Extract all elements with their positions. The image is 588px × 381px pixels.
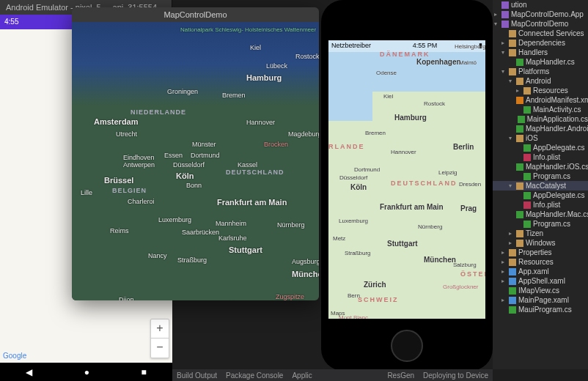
tab-application[interactable]: Applic	[292, 371, 312, 380]
city-lubeck: Lübeck	[266, 62, 287, 70]
city-odense: Odense	[376, 70, 397, 76]
tree-item-label: IMapView.cs	[518, 286, 559, 295]
tree-item-properties[interactable]: ▸Properties	[493, 248, 588, 257]
tree-item-label: MauiProgram.cs	[518, 306, 572, 314]
cs-icon	[516, 125, 523, 133]
city-mannheim: Mannheim	[216, 220, 246, 227]
tree-item-handlers[interactable]: ▾Handlers	[493, 48, 588, 57]
tree-item-program-cs[interactable]: Program.cs	[493, 219, 588, 229]
city-saarbrucken: Saarbrücken	[182, 229, 219, 236]
city-frankfurt: Frankfurt am Main	[217, 198, 287, 207]
xaml-icon	[509, 278, 516, 285]
tree-item-mainactivity-cs[interactable]: MainActivity.cs	[493, 105, 588, 114]
solution-explorer[interactable]: ution▸MapControlDemo.App▾MapControlDemoC…	[493, 0, 588, 369]
city-utrecht: Utrecht	[116, 130, 137, 138]
tree-item-appshell-xaml[interactable]: ▸AppShell.xaml	[493, 276, 588, 286]
tree-item-label: App.xaml	[518, 267, 549, 275]
tree-item-maphandler-android-cs[interactable]: MapHandler.Android.cs	[493, 124, 588, 133]
tree-item-windows[interactable]: ▸Windows	[493, 238, 588, 248]
cs-icon	[509, 287, 516, 295]
city-kassel: Kassel	[238, 161, 257, 169]
city-bremen-ios: Bremen	[365, 130, 386, 136]
tree-item-info-plist[interactable]: Info.plist	[493, 152, 588, 162]
city-koeln-ios: Köln	[350, 183, 367, 191]
cs-icon	[523, 106, 531, 114]
cs-icon	[523, 221, 531, 228]
tree-item-imapview-cs[interactable]: IMapView.cs	[493, 286, 588, 295]
apple-maps-logo: Maps	[331, 310, 345, 317]
city-hamburg-ios: Hamburg	[394, 114, 427, 122]
tree-item-label: Program.cs	[533, 220, 570, 228]
tree-item-mauiprogram-cs[interactable]: MauiProgram.cs	[493, 305, 588, 314]
city-bern-ios: Bern	[348, 292, 360, 299]
tree-item-mainpage-xaml[interactable]: ▸MainPage.xaml	[493, 295, 588, 305]
chevron-icon: ▾	[509, 182, 516, 189]
tree-item-info-plist[interactable]: Info.plist	[493, 200, 588, 210]
tree-item-connected-services[interactable]: Connected Services	[493, 29, 588, 38]
folder-icon	[516, 135, 523, 142]
city-kiel: Kiel	[250, 44, 261, 51]
tree-item-label: AppShell.xaml	[518, 277, 565, 285]
park-wattenmeer: Nationalpark Schleswig- Holsteinisches W…	[180, 26, 316, 33]
city-essen: Essen	[164, 152, 183, 159]
iphone-clock: 4:55 PM	[413, 42, 438, 51]
chevron-icon: ▾	[509, 135, 516, 141]
city-bremen: Bremen	[222, 92, 246, 99]
tree-item-androidmanifest-xml[interactable]: AndroidManifest.xml	[493, 95, 588, 105]
city-hannover-ios: Hannover	[391, 149, 416, 155]
tree-item-label: MapHandler.Android.cs	[526, 125, 588, 133]
android-recent-button[interactable]: ■	[142, 367, 147, 377]
zoom-out-button[interactable]: −	[151, 339, 169, 358]
iphone-home-button[interactable]	[391, 330, 423, 362]
tree-item-maphandler-ios-cs[interactable]: MapHandler.iOS.cs	[493, 162, 588, 171]
tree-item-program-cs[interactable]: Program.cs	[493, 171, 588, 181]
tab-package-console[interactable]: Package Console	[226, 371, 283, 380]
tree-item-ios[interactable]: ▾iOS	[493, 133, 588, 143]
chevron-icon: ▾	[501, 49, 509, 56]
city-dusseldorf: Düsseldorf	[173, 161, 205, 169]
city-lille: Lille	[81, 189, 92, 196]
tree-item-dependencies[interactable]: ▸Dependencies	[493, 38, 588, 48]
iphone-apple-map[interactable]: Netzbetreiber 4:55 PM ▮ DÄNEMARK DEUTSCH…	[328, 40, 485, 319]
android-back-button[interactable]: ◀	[26, 367, 32, 377]
tree-item-label: AndroidManifest.xml	[526, 96, 588, 104]
tab-build-output[interactable]: Build Output	[177, 371, 217, 380]
chevron-icon: ▸	[501, 259, 509, 265]
city-luxemburg: Luxemburg	[158, 216, 191, 223]
mac-window-title: MapControlDemo	[72, 7, 319, 22]
tree-item-label: Dependencies	[518, 39, 565, 47]
mac-apple-map-dark[interactable]: NIEDERLANDE DEUTSCHLAND BELGIEN Kiel Ros…	[72, 22, 319, 300]
tree-item-resources[interactable]: ▸Resources	[493, 257, 588, 267]
app-icon	[501, 1, 509, 9]
zoom-in-button[interactable]: +	[151, 319, 169, 339]
tree-item-ution[interactable]: ution	[493, 0, 588, 10]
tree-item-mainapplication-cs[interactable]: MainApplication.cs	[493, 114, 588, 124]
city-charleroi: Charleroi	[128, 198, 155, 205]
city-stuttgart-ios: Stuttgart	[387, 240, 418, 248]
city-dijon: Dijon	[119, 296, 134, 300]
android-home-button[interactable]: ●	[84, 367, 89, 377]
tree-item-tizen[interactable]: ▸Tizen	[493, 229, 588, 238]
tree-item-app-xaml[interactable]: ▸App.xaml	[493, 267, 588, 276]
tree-item-maphandler-cs[interactable]: MapHandler.cs	[493, 57, 588, 67]
folder-icon	[509, 249, 516, 256]
tree-item-appdelegate-cs[interactable]: AppDelegate.cs	[493, 143, 588, 152]
cs-icon	[516, 59, 523, 66]
tree-item-maphandler-mac-cs[interactable]: MapHandler.Mac.cs	[493, 210, 588, 219]
city-berlin: Berlin	[453, 143, 474, 151]
google-logo: Google	[3, 352, 26, 360]
tree-item-resources[interactable]: ▸Resources	[493, 86, 588, 95]
city-eindhoven: Eindhoven	[123, 154, 155, 161]
tree-item-platforms[interactable]: ▾Platforms	[493, 67, 588, 76]
tree-item-android[interactable]: ▾Android	[493, 76, 588, 86]
tree-item-maccatalyst[interactable]: ▾MacCatalyst	[493, 181, 588, 190]
tree-item-appdelegate-cs[interactable]: AppDelegate.cs	[493, 190, 588, 200]
folder-icon	[516, 78, 523, 85]
tree-item-mapcontroldemo-app[interactable]: ▸MapControlDemo.App	[493, 10, 588, 19]
peak-grossglockner: Großglockner	[443, 284, 478, 290]
tree-item-mapcontroldemo[interactable]: ▾MapControlDemo	[493, 19, 588, 29]
tree-item-label: iOS	[526, 134, 538, 142]
city-frankfurt-ios: Frankfurt am Main	[380, 203, 444, 211]
cs-icon	[523, 173, 531, 180]
city-strassburg: Straßburg	[177, 256, 207, 264]
